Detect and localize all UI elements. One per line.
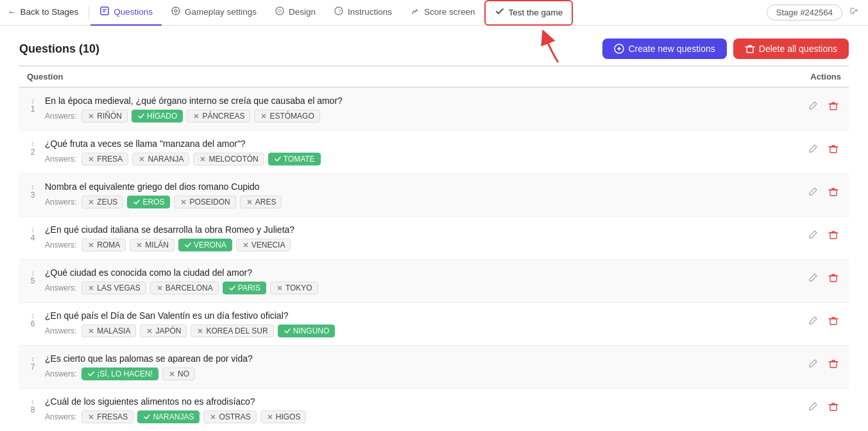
trash-icon — [828, 273, 838, 283]
tab-test-label: Test the game — [509, 8, 563, 17]
edit-icon — [808, 359, 818, 369]
delete-question-button[interactable] — [826, 184, 841, 201]
edit-icon — [808, 101, 818, 111]
question-actions — [805, 310, 841, 330]
question-number: ↕ 2 — [27, 139, 38, 156]
edit-icon — [808, 187, 818, 197]
question-left: ↕ 6 ¿En qué país el Día de San Valentín … — [27, 310, 805, 337]
svg-rect-68 — [830, 405, 837, 410]
answer-tag: LAS VEGAS — [81, 282, 146, 294]
answer-tag: JAPÓN — [140, 325, 187, 337]
question-content: Nombra el equivalente griego del dios ro… — [45, 182, 805, 208]
answers-list: Answers: ¡SÍ, LO HACEN! NO — [45, 368, 805, 380]
answers-label: Answers: — [45, 198, 76, 207]
svg-point-12 — [412, 13, 413, 14]
edit-question-button[interactable] — [805, 227, 821, 244]
questions-icon — [99, 6, 110, 18]
answer-tag: TOMATE — [268, 153, 321, 165]
question-number: ↕ 3 — [27, 182, 38, 199]
answer-tag: KOREA DEL SUR — [191, 325, 273, 337]
question-number: ↕ 4 — [27, 224, 38, 242]
tab-instructions[interactable]: ? Instructions — [325, 0, 401, 26]
answer-tag: BARCELONA — [150, 282, 219, 294]
stage-badge: Stage #242564 — [767, 4, 842, 21]
question-text: ¿En qué país el Día de San Valentín es u… — [45, 310, 805, 321]
edit-question-button[interactable] — [805, 399, 821, 416]
edit-question-button[interactable] — [805, 98, 821, 115]
answer-tag: HÍGADO — [132, 110, 183, 123]
tab-instructions-label: Instructions — [348, 7, 392, 17]
trash-icon — [828, 101, 838, 111]
svg-rect-30 — [830, 147, 837, 153]
table-row: ↕ 7 ¿Es cierto que las palomas se aparea… — [19, 346, 849, 389]
question-left: ↕ 1 En la época medieval, ¿qué órgano in… — [27, 96, 805, 123]
trash-icon — [828, 401, 838, 412]
question-number: ↕ 1 — [27, 96, 38, 114]
answer-tag: PÁNCREAS — [187, 110, 250, 123]
tab-design[interactable]: Design — [266, 0, 325, 26]
answer-tag: OSTRAS — [203, 410, 256, 423]
answers-list: Answers: LAS VEGAS BARCELONA PARIS TOKYO — [45, 282, 805, 294]
answer-tag: FRESA — [81, 153, 128, 165]
top-navigation: ← Back to Stages Questions Gameplay sett… — [0, 0, 868, 26]
score-icon — [410, 6, 420, 18]
delete-questions-label: Delete all questions — [759, 44, 837, 54]
svg-rect-37 — [830, 190, 837, 196]
answer-tag: NARANJA — [132, 153, 189, 165]
edit-question-button[interactable] — [805, 184, 821, 201]
delete-question-button[interactable] — [826, 227, 841, 244]
question-actions — [805, 96, 841, 115]
question-left: ↕ 7 ¿Es cierto que las palomas se aparea… — [27, 353, 805, 380]
edit-question-button[interactable] — [805, 356, 821, 373]
edit-question-button[interactable] — [805, 141, 821, 158]
answer-tag: TOKYO — [270, 282, 318, 294]
tab-score[interactable]: Score screen — [401, 0, 484, 26]
tab-test[interactable]: Test the game — [484, 0, 574, 26]
delete-question-button[interactable] — [826, 399, 841, 416]
link-icon[interactable] — [849, 6, 860, 19]
answers-list: Answers: FRESA NARANJA MELOCOTÓN TOMATE — [45, 153, 805, 165]
svg-rect-16 — [747, 47, 753, 53]
delete-question-button[interactable] — [826, 98, 841, 115]
edit-question-button[interactable] — [805, 270, 821, 287]
table-row: ↕ 3 Nombra el equivalente griego del dio… — [19, 174, 849, 217]
question-actions — [805, 396, 841, 416]
question-number: ↕ 5 — [27, 267, 38, 285]
create-questions-button[interactable]: Create new questions — [602, 38, 726, 59]
svg-point-4 — [174, 10, 177, 12]
tab-gameplay[interactable]: Gameplay settings — [162, 0, 266, 26]
answers-list: Answers: ROMA MILÁN VERONA VENECIA — [45, 239, 805, 251]
edit-icon — [808, 273, 818, 283]
delete-question-button[interactable] — [826, 356, 841, 373]
delete-question-button[interactable] — [826, 141, 841, 158]
answer-tag: FRESAS — [81, 410, 133, 423]
delete-questions-button[interactable]: Delete all questions — [733, 38, 849, 59]
question-text: ¿Cuál de los siguientes alimentos no es … — [45, 396, 805, 407]
tab-questions[interactable]: Questions — [90, 0, 162, 26]
edit-question-button[interactable] — [805, 313, 821, 330]
svg-rect-44 — [830, 233, 837, 239]
delete-question-button[interactable] — [826, 313, 841, 330]
svg-rect-51 — [830, 276, 837, 282]
delete-question-button[interactable] — [826, 270, 841, 287]
answer-tag: ESTÓMAGO — [254, 110, 319, 123]
question-content: ¿En qué país el Día de San Valentín es u… — [45, 310, 805, 337]
section-title: Questions (10) — [19, 42, 99, 56]
trash-icon — [828, 187, 838, 197]
question-content: ¿En qué ciudad italiana se desarrolla la… — [45, 224, 805, 251]
svg-point-9 — [276, 7, 284, 15]
question-left: ↕ 5 ¿Qué ciudad es conocida como la ciud… — [27, 267, 805, 294]
trash-icon — [828, 230, 838, 240]
question-actions — [805, 353, 841, 373]
question-left: ↕ 8 ¿Cuál de los siguientes alimentos no… — [27, 396, 805, 423]
answers-label: Answers: — [45, 241, 76, 249]
back-to-stages[interactable]: ← Back to Stages — [8, 0, 87, 26]
trash-icon — [828, 316, 838, 326]
answers-list: Answers: ZEUS EROS POSEIDON ARES — [45, 196, 805, 208]
tab-score-label: Score screen — [424, 7, 475, 17]
answers-list: Answers: FRESAS NARANJAS OSTRAS HIGOS — [45, 410, 805, 423]
answers-label: Answers: — [45, 412, 76, 421]
btn-group: Create new questions Delete all question… — [602, 38, 849, 59]
main-content: Questions (10) Create new questions Dele… — [0, 26, 868, 431]
table-header: Question Actions — [19, 67, 849, 88]
